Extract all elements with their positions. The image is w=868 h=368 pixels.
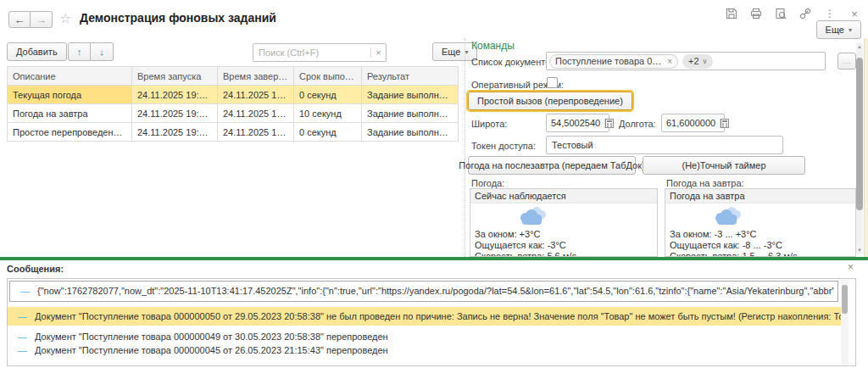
search-box: × <box>253 43 387 62</box>
more-menu-icon[interactable]: ⋮ <box>823 7 837 20</box>
document-chip[interactable]: Поступление товара 0000000... × <box>549 54 678 69</box>
operational-mode-checkbox[interactable] <box>547 77 558 88</box>
weather-now-header: Сейчас наблюдается <box>470 189 657 204</box>
table-row[interactable]: Текущая погода 24.11.2025 19:22:25 24.11… <box>8 86 459 104</box>
latitude-field[interactable]: 54,5002540 <box>546 114 609 132</box>
reorder-buttons: ↑ ↓ <box>68 42 114 61</box>
history-nav: ← → <box>8 11 53 28</box>
choose-documents-button[interactable]: ... <box>837 53 856 70</box>
cell-end[interactable]: 24.11.2025 19:22:25 <box>218 86 294 104</box>
messages-list: — {"now":1762782077,"now_dt":"2025-11-10… <box>7 278 856 366</box>
link-icon[interactable] <box>798 7 812 20</box>
cell-description[interactable]: Простое перепроведение доку... <box>8 123 132 142</box>
messages-scrollbar[interactable] <box>841 280 849 365</box>
table-row[interactable]: Простое перепроведение доку... 24.11.202… <box>8 123 459 142</box>
form-more-button[interactable]: Еще▾ <box>816 20 861 39</box>
list-item[interactable]: — {"now":1762782077,"now_dt":"2025-11-10… <box>9 281 838 302</box>
document-list-field[interactable]: Поступление товара 0000000... × +2 ∨ <box>546 52 826 70</box>
day-after-tomorrow-button[interactable]: Погода на послезавтра (передаем ТабДок) <box>468 156 636 175</box>
timer-button[interactable]: (Не)Точный таймер <box>643 156 805 175</box>
close-messages-icon[interactable]: × <box>848 261 854 273</box>
back-button[interactable]: ← <box>8 11 31 28</box>
calculator-icon[interactable] <box>720 119 729 128</box>
scroll-down-icon[interactable]: ▼ <box>856 248 863 253</box>
cell-description[interactable]: Погода на завтра <box>8 104 132 123</box>
forward-arrow-icon: → <box>36 14 47 26</box>
col-duration[interactable]: Срок выполн... <box>294 67 362 86</box>
window-icons: ⋮ × <box>725 7 861 20</box>
calculator-icon[interactable] <box>604 119 614 128</box>
forward-button[interactable]: → <box>31 11 53 28</box>
print-preview-icon[interactable] <box>774 7 787 20</box>
list-item[interactable]: — Документ "Поступление товара 000000050… <box>8 307 847 326</box>
save-icon[interactable] <box>725 7 738 20</box>
list-item[interactable]: — Документ "Поступление товара 000000045… <box>8 343 855 357</box>
clear-search-icon[interactable]: × <box>370 47 386 58</box>
cell-start[interactable]: 24.11.2025 19:22:25 <box>132 104 218 123</box>
longitude-field[interactable]: 61,6000000 <box>661 114 725 132</box>
message-text: {"now":1762782077,"now_dt":"2025-11-10T1… <box>37 286 834 296</box>
longitude-value[interactable]: 61,6000000 <box>662 118 720 128</box>
add-button[interactable]: Добавить <box>7 42 67 61</box>
col-start-time[interactable]: Время запуска <box>132 67 218 86</box>
simple-call-button[interactable]: Простой вызов (перепроведение) <box>468 92 632 110</box>
cell-description[interactable]: Текущая погода <box>8 86 132 104</box>
scroll-up-icon[interactable]: ▲ <box>856 44 863 49</box>
remove-chip-icon[interactable]: × <box>667 57 672 66</box>
weather-now-label: Погода: <box>471 178 504 188</box>
token-value[interactable]: Тестовый <box>552 140 593 150</box>
message-dash-icon: — <box>18 332 27 342</box>
back-arrow-icon: ← <box>14 14 25 26</box>
form-more-label: Еще <box>826 25 844 35</box>
more-documents-label: +2 <box>688 56 699 66</box>
message-dash-icon: — <box>18 345 27 355</box>
col-end-time[interactable]: Время завершения <box>218 67 294 86</box>
vertical-splitter[interactable] <box>465 38 465 257</box>
close-form-icon[interactable]: × <box>848 7 861 20</box>
group-title: Команды <box>471 40 515 52</box>
list-item[interactable]: — Документ "Поступление товара 000000049… <box>8 330 855 343</box>
document-list-label: Список документов: <box>471 57 558 67</box>
jobs-table-header: Описание Время запуска Время завершения … <box>8 67 459 86</box>
table-row[interactable]: Погода на завтра 24.11.2025 19:22:25 24.… <box>8 104 459 123</box>
message-text: Документ "Поступление товара 000000049 о… <box>35 332 388 342</box>
jobs-table: Описание Время запуска Время завершения … <box>7 66 459 142</box>
cell-duration[interactable]: 0 секунд <box>294 123 362 142</box>
weather-wind: Скорость ветра: 5.6 м/с <box>470 251 657 257</box>
weather-feels: Ощущается как: -8 ... -3°C <box>665 240 855 251</box>
cell-end[interactable]: 24.11.2025 19:22:35 <box>218 104 294 123</box>
col-result[interactable]: Результат <box>362 67 459 86</box>
weather-tomorrow-panel: Погода на завтра За окном: -3 ... +3°C О… <box>665 188 856 257</box>
cell-end[interactable]: 24.11.2025 19:22:34 <box>218 123 294 142</box>
weather-temp: За окном: +3°C <box>470 229 657 240</box>
cell-result[interactable]: Задание выполнено <box>362 86 459 104</box>
weather-tomorrow-label: Погода на завтра: <box>666 178 744 188</box>
right-scrollbar[interactable]: ▲ ▼ <box>856 42 863 254</box>
cell-result[interactable]: Задание выполнено <box>362 123 459 142</box>
arrow-up-icon: ↑ <box>77 47 82 57</box>
message-text: Документ "Поступление товара 000000050 о… <box>35 311 843 321</box>
messages-splitter[interactable] <box>0 257 868 260</box>
weather-temp: За окном: -3 ... +3°C <box>665 229 855 240</box>
token-field[interactable]: Тестовый <box>546 136 783 154</box>
move-down-button[interactable]: ↓ <box>91 42 114 61</box>
top-bar: ← → ☆ Демонстрация фоновых заданий ⋮ × Е… <box>0 0 868 38</box>
cell-duration[interactable]: 0 секунд <box>294 86 362 104</box>
cell-start[interactable]: 24.11.2025 19:22:25 <box>132 86 218 104</box>
latitude-value[interactable]: 54,5002540 <box>547 118 604 128</box>
more-documents-chip[interactable]: +2 ∨ <box>682 54 713 69</box>
scrollbar-thumb[interactable] <box>856 58 863 210</box>
messages-title: Сообщения: <box>7 264 64 274</box>
arrow-down-icon: ↓ <box>99 47 104 57</box>
cell-result[interactable]: Задание выполнено <box>362 104 459 123</box>
search-input[interactable] <box>253 47 370 58</box>
dropdown-arrow-icon: ▾ <box>849 26 852 34</box>
favorite-star-icon[interactable]: ☆ <box>59 10 71 26</box>
chevron-down-icon: ∨ <box>703 58 708 65</box>
print-icon[interactable] <box>749 7 763 20</box>
move-up-button[interactable]: ↑ <box>68 42 91 61</box>
col-description[interactable]: Описание <box>8 67 132 86</box>
cell-duration[interactable]: 10 секунд <box>294 104 362 123</box>
scrollbar-thumb[interactable] <box>842 285 848 314</box>
cell-start[interactable]: 24.11.2025 19:22:34 <box>132 123 218 142</box>
